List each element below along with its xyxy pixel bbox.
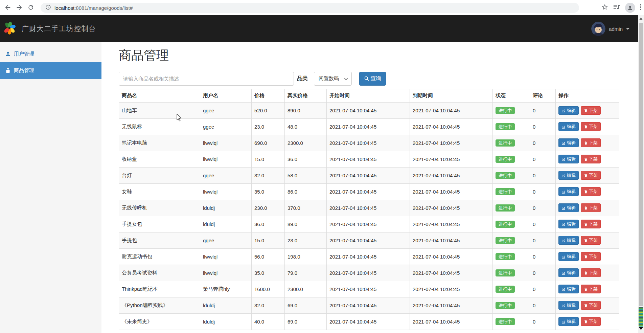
- goods-name: 手提女包: [119, 216, 200, 232]
- trash-icon: [584, 206, 588, 210]
- user-name: 策马奔腾hly: [200, 281, 252, 297]
- sidebar-item-users[interactable]: 用户管理: [0, 46, 101, 62]
- remove-button[interactable]: 下架: [581, 236, 601, 245]
- edit-button[interactable]: 编辑: [558, 187, 579, 196]
- edit-button[interactable]: 编辑: [558, 285, 579, 293]
- browser-profile-icon[interactable]: [625, 3, 635, 13]
- edit-button[interactable]: 编辑: [558, 155, 579, 163]
- table-row: 台灯 ggee 32.0 58.0 2021-07-04 10:04:45 20…: [119, 167, 619, 183]
- user-name: llwwlql: [200, 248, 252, 265]
- user-name: lduldj: [200, 297, 252, 313]
- table-row: 无线鼠标 ggee 23.0 48.0 2021-07-04 10:04:45 …: [119, 118, 619, 135]
- edit-icon: [561, 173, 566, 178]
- remove-button[interactable]: 下架: [581, 122, 601, 131]
- comment-count: 0: [530, 151, 556, 167]
- app-navbar: 广财大二手工坊控制台 admin: [0, 15, 638, 42]
- goods-name: 收纳盒: [119, 151, 200, 167]
- remove-button[interactable]: 下架: [581, 268, 601, 277]
- sidebar-item-goods[interactable]: 商品管理: [0, 62, 101, 79]
- category-select[interactable]: 闲置数码: [314, 72, 352, 86]
- trash-icon: [584, 271, 588, 275]
- edit-icon: [561, 157, 566, 161]
- user-name-label: admin: [609, 26, 623, 32]
- trash-icon: [584, 254, 588, 259]
- address-bar[interactable]: localhost:8081/manage/goods/list#: [41, 3, 579, 13]
- price: 15.0: [252, 232, 285, 248]
- user-menu[interactable]: admin: [591, 15, 629, 42]
- remove-button[interactable]: 下架: [581, 220, 601, 228]
- remove-button[interactable]: 下架: [581, 155, 601, 163]
- remove-button-label: 下架: [589, 254, 598, 259]
- edit-button[interactable]: 编辑: [558, 252, 579, 261]
- browser-forward-icon[interactable]: [14, 2, 25, 13]
- edit-button-label: 编辑: [567, 221, 576, 227]
- scrollbar-thumb[interactable]: [639, 23, 643, 306]
- goods-name: 山地车: [119, 102, 200, 118]
- goods-name: 公务员考试资料: [119, 265, 200, 281]
- remove-button[interactable]: 下架: [581, 106, 601, 115]
- edit-button[interactable]: 编辑: [558, 203, 579, 212]
- person-icon: [5, 51, 11, 57]
- user-name: ggee: [200, 102, 252, 118]
- edit-button[interactable]: 编辑: [558, 220, 579, 228]
- remove-button[interactable]: 下架: [581, 317, 601, 326]
- user-name: lduldj: [200, 313, 252, 330]
- bookmark-star-icon[interactable]: [601, 4, 608, 12]
- table-row: 《Python编程实践》 lduldj 32.0 69.0 2021-07-04…: [119, 297, 619, 313]
- start-time: 2021-07-04 10:04:45: [327, 248, 410, 265]
- reading-list-icon[interactable]: [613, 4, 620, 12]
- header-comments: 评论: [530, 89, 556, 103]
- page-info-icon[interactable]: [45, 4, 51, 12]
- edit-button[interactable]: 编辑: [558, 171, 579, 180]
- remove-button-label: 下架: [589, 108, 598, 113]
- real-price: 58.0: [285, 167, 327, 183]
- remove-button[interactable]: 下架: [581, 171, 601, 180]
- trash-icon: [584, 238, 588, 243]
- price: 35.0: [252, 265, 285, 281]
- price: 32.0: [252, 167, 285, 183]
- edit-button[interactable]: 编辑: [558, 268, 579, 277]
- price: 230.0: [252, 200, 285, 216]
- comment-count: 0: [530, 118, 556, 135]
- user-name: lduldj: [200, 200, 252, 216]
- table-row: Thinkpad笔记本 策马奔腾hly 1600.0 2300.0 2021-0…: [119, 281, 619, 297]
- comment-count: 0: [530, 265, 556, 281]
- edit-button[interactable]: 编辑: [558, 317, 579, 326]
- remove-button[interactable]: 下架: [581, 138, 601, 147]
- remove-button[interactable]: 下架: [581, 301, 601, 310]
- goods-name: 无线传呼机: [119, 200, 200, 216]
- goods-name: 手提包: [119, 232, 200, 248]
- goods-name: Thinkpad笔记本: [119, 281, 200, 297]
- remove-button[interactable]: 下架: [581, 252, 601, 261]
- search-input[interactable]: [119, 72, 294, 86]
- end-time: 2021-07-04 10:04:45: [410, 151, 493, 167]
- real-price: 890.0: [285, 102, 327, 118]
- scrollbar-up-icon[interactable]: [639, 17, 643, 20]
- browser-back-icon[interactable]: [2, 2, 14, 13]
- remove-button[interactable]: 下架: [581, 203, 601, 212]
- edit-icon: [561, 271, 566, 275]
- scrollbar-down-icon[interactable]: [639, 327, 643, 330]
- browser-menu-icon[interactable]: [640, 4, 641, 12]
- edit-button[interactable]: 编辑: [558, 138, 579, 147]
- price: 35.0: [252, 183, 285, 200]
- start-time: 2021-07-04 10:04:45: [327, 297, 410, 313]
- start-time: 2021-07-04 10:04:45: [327, 265, 410, 281]
- browser-reload-icon[interactable]: [25, 2, 37, 13]
- table-row: 笔记本电脑 llwwlql 690.0 2300.0 2021-07-04 10…: [119, 135, 619, 151]
- end-time: 2021-07-04 10:04:45: [410, 102, 493, 118]
- edit-button[interactable]: 编辑: [558, 301, 579, 310]
- edit-button[interactable]: 编辑: [558, 106, 579, 115]
- remove-button[interactable]: 下架: [581, 285, 601, 293]
- remove-button-label: 下架: [589, 124, 598, 129]
- edit-button[interactable]: 编辑: [558, 236, 579, 245]
- edit-icon: [561, 303, 566, 308]
- remove-button[interactable]: 下架: [581, 187, 601, 196]
- search-button[interactable]: 查询: [359, 72, 386, 86]
- header-price: 价格: [252, 89, 285, 103]
- page-scrollbar[interactable]: [638, 15, 644, 333]
- filter-bar: 品类 闲置数码 查询: [119, 72, 619, 86]
- header-real-price: 真实价格: [285, 89, 327, 103]
- edit-button[interactable]: 编辑: [558, 122, 579, 131]
- header-end-time: 到期时间: [410, 89, 493, 103]
